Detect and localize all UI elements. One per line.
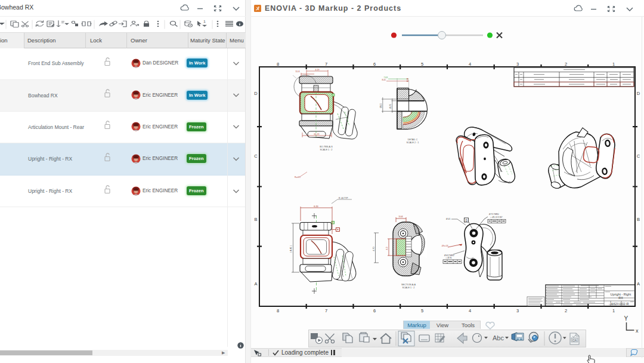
svg-text:CA: CA (572, 339, 577, 342)
svg-text:C: C (637, 153, 640, 159)
svg-text:8: 8 (277, 308, 279, 313)
svg-text:4.70: 4.70 (373, 247, 375, 251)
svg-text:B: B (637, 217, 640, 222)
svg-text:6: 6 (373, 308, 376, 313)
svg-text:3: 3 (516, 61, 519, 67)
svg-text:.09±.03: .09±.03 (441, 245, 448, 247)
svg-text:Ø.75 THRU: Ø.75 THRU (489, 213, 499, 216)
svg-text:Y: Y (624, 315, 628, 322)
svg-text:R .06 TYP: R .06 TYP (339, 197, 348, 199)
svg-text:R=4/5: R=4/5 (295, 176, 301, 179)
svg-text:8: 8 (277, 61, 279, 67)
svg-text:55.8: 55.8 (296, 70, 300, 73)
svg-text:SECTION A-A: SECTION A-A (401, 284, 416, 286)
svg-text:x: x (636, 328, 639, 334)
svg-text:DETAIL C: DETAIL C (408, 139, 418, 141)
svg-text:BO.7NN-A-S: BO.7NN-A-S (320, 146, 333, 148)
svg-text:7: 7 (325, 61, 327, 67)
svg-text:B: B (254, 217, 257, 222)
svg-text:SCALE 1 : 2: SCALE 1 : 2 (320, 149, 333, 151)
svg-text:Ø1.5: Ø1.5 (380, 103, 382, 108)
svg-text:4.19: 4.19 (315, 69, 320, 71)
svg-text:4.3: 4.3 (386, 247, 388, 250)
svg-text:⌅ Ø1.13 X 82°: ⌅ Ø1.13 X 82° (490, 216, 503, 219)
svg-text:C: C (254, 153, 258, 159)
svg-text:7: 7 (325, 308, 327, 313)
svg-text:6: 6 (373, 61, 376, 67)
svg-text:4: 4 (469, 308, 471, 313)
svg-text:SCALE 1 : 2: SCALE 1 : 2 (402, 287, 415, 289)
svg-text:A: A (254, 281, 257, 287)
svg-text:8.41: 8.41 (382, 79, 386, 81)
svg-text:6.20: 6.20 (314, 205, 318, 208)
svg-text:⌅ Ø.95: ⌅ Ø.95 (445, 257, 452, 259)
svg-text:Abc: Abc (493, 334, 504, 342)
svg-text:SCALE 2 : 1: SCALE 2 : 1 (407, 141, 419, 144)
svg-text:( 4.41 ): ( 4.41 ) (290, 245, 292, 253)
svg-text:3: 3 (516, 308, 519, 313)
svg-text:61.19: 61.19 (314, 133, 320, 136)
svg-text:1: 1 (612, 61, 615, 67)
svg-text:3.04: 3.04 (399, 216, 403, 218)
svg-text:A: A (637, 281, 640, 287)
svg-text:5: 5 (421, 61, 423, 67)
svg-text:□&62¼002-R: □&62¼002-R (609, 302, 628, 306)
svg-text:Ø.41: Ø.41 (446, 218, 450, 220)
svg-text:1: 1 (203, 20, 206, 23)
svg-text:1: 1 (612, 308, 615, 313)
svg-text:2: 2 (565, 308, 567, 313)
svg-text:5: 5 (421, 308, 423, 313)
svg-text:Ø.75: Ø.75 (389, 104, 392, 109)
svg-text:2: 2 (565, 61, 567, 67)
svg-text:4: 4 (469, 61, 471, 67)
svg-text:D: D (637, 91, 640, 96)
svg-text:RX: RX (618, 296, 623, 300)
svg-text:D: D (254, 91, 258, 96)
